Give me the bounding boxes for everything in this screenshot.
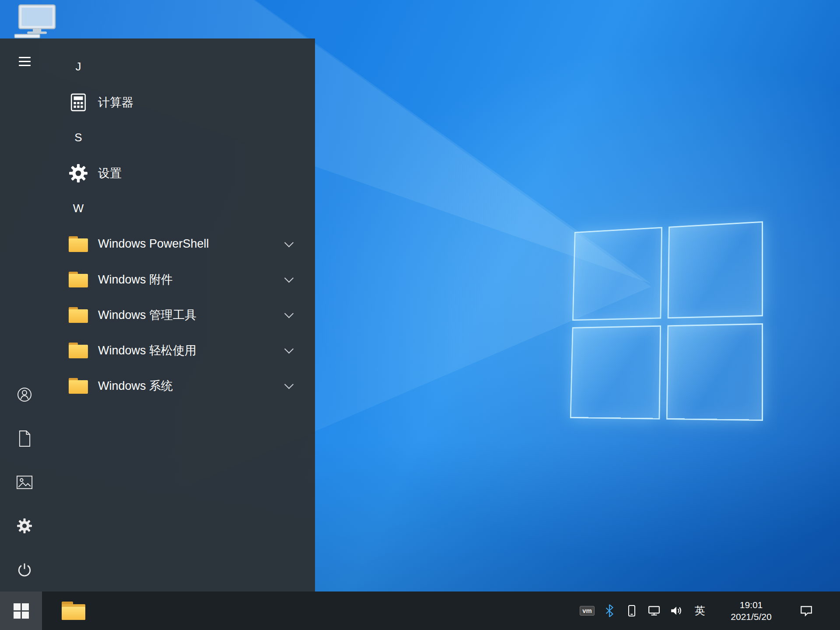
app-label: Windows 系统 — [98, 378, 173, 394]
this-pc-icon[interactable] — [12, 4, 60, 38]
vmware-tray-button[interactable]: vm — [580, 603, 595, 618]
start-menu-rail — [0, 38, 49, 592]
action-center-button[interactable] — [794, 605, 819, 617]
app-label: 计算器 — [98, 94, 133, 110]
gear-icon — [17, 518, 32, 533]
app-list-folder-windows-accessories[interactable]: Windows 附件 — [49, 262, 315, 297]
windows-logo-pane — [570, 326, 661, 420]
app-list-folder-windows-system[interactable]: Windows 系统 — [49, 368, 315, 403]
app-list-item-calculator[interactable]: 计算器 — [49, 84, 315, 120]
chevron-down-icon[interactable] — [283, 309, 295, 321]
section-letter: W — [68, 202, 88, 215]
app-label: 设置 — [98, 165, 122, 181]
folder-icon — [68, 378, 88, 394]
app-list-item-settings[interactable]: 设置 — [49, 155, 315, 191]
app-list-folder-windows-ease-of-access[interactable]: Windows 轻松使用 — [49, 332, 315, 368]
file-explorer-icon — [61, 601, 86, 620]
network-tray-button[interactable] — [647, 603, 662, 618]
folder-icon — [68, 307, 88, 323]
ime-indicator[interactable]: 英 — [691, 604, 709, 618]
windows-logo-pane — [666, 323, 763, 421]
rail-bottom-group — [0, 373, 49, 592]
windows-logo-icon — [14, 603, 29, 619]
pictures-button[interactable] — [0, 460, 49, 504]
app-label: Windows PowerShell — [98, 237, 209, 251]
folder-icon — [68, 342, 88, 359]
windows-logo-pane — [572, 227, 662, 321]
bluetooth-icon — [605, 604, 614, 617]
expand-menu-button[interactable] — [0, 38, 49, 84]
taskbar-clock[interactable]: 19:01 2021/5/20 — [716, 599, 786, 623]
calculator-icon — [68, 92, 88, 112]
app-list-folder-windows-admin-tools[interactable]: Windows 管理工具 — [49, 297, 315, 332]
chevron-down-icon[interactable] — [283, 273, 295, 286]
settings-button[interactable] — [0, 504, 49, 548]
document-icon — [18, 430, 32, 447]
user-account-button[interactable] — [0, 373, 49, 416]
windows-logo — [570, 221, 763, 421]
taskbar: vm — [0, 592, 840, 630]
pictures-icon — [16, 475, 33, 490]
gear-icon — [68, 163, 88, 183]
vmware-icon: vm — [580, 606, 595, 616]
volume-tray-button[interactable] — [669, 603, 684, 618]
folder-icon — [68, 236, 88, 252]
clock-date: 2021/5/20 — [731, 611, 771, 623]
taskbar-file-explorer-button[interactable] — [53, 592, 94, 630]
clock-time: 19:01 — [740, 599, 763, 611]
system-tray: vm — [580, 592, 840, 630]
start-button[interactable] — [0, 592, 42, 630]
power-icon — [17, 562, 32, 577]
windows-logo-pane — [668, 221, 763, 318]
app-list-folder-windows-powershell[interactable]: Windows PowerShell — [49, 226, 315, 262]
section-letter: S — [68, 131, 88, 144]
device-icon — [626, 605, 637, 617]
app-list-letter-s[interactable]: S — [49, 120, 315, 155]
app-list: J 计算器 S — [49, 38, 315, 592]
app-list-letter-j[interactable]: J — [49, 49, 315, 84]
bluetooth-tray-button[interactable] — [602, 603, 617, 618]
network-icon — [648, 605, 660, 616]
section-letter: J — [68, 60, 88, 74]
documents-button[interactable] — [0, 416, 49, 460]
app-label: Windows 轻松使用 — [98, 343, 196, 358]
app-list-letter-w[interactable]: W — [49, 191, 315, 226]
chevron-down-icon[interactable] — [283, 344, 295, 357]
chevron-down-icon[interactable] — [283, 380, 295, 392]
app-label: Windows 管理工具 — [98, 307, 196, 323]
action-center-icon — [800, 605, 813, 617]
app-label: Windows 附件 — [98, 272, 173, 287]
monitor-icon — [12, 4, 60, 38]
folder-icon — [68, 271, 88, 288]
power-button[interactable] — [0, 548, 49, 592]
hamburger-icon — [19, 57, 31, 66]
windows-10-desktop: J 计算器 S — [0, 0, 840, 630]
chevron-down-icon[interactable] — [283, 238, 295, 250]
start-menu: J 计算器 S — [0, 38, 315, 592]
device-tray-button[interactable] — [624, 603, 639, 618]
user-icon — [16, 386, 33, 403]
speaker-icon — [670, 605, 682, 616]
